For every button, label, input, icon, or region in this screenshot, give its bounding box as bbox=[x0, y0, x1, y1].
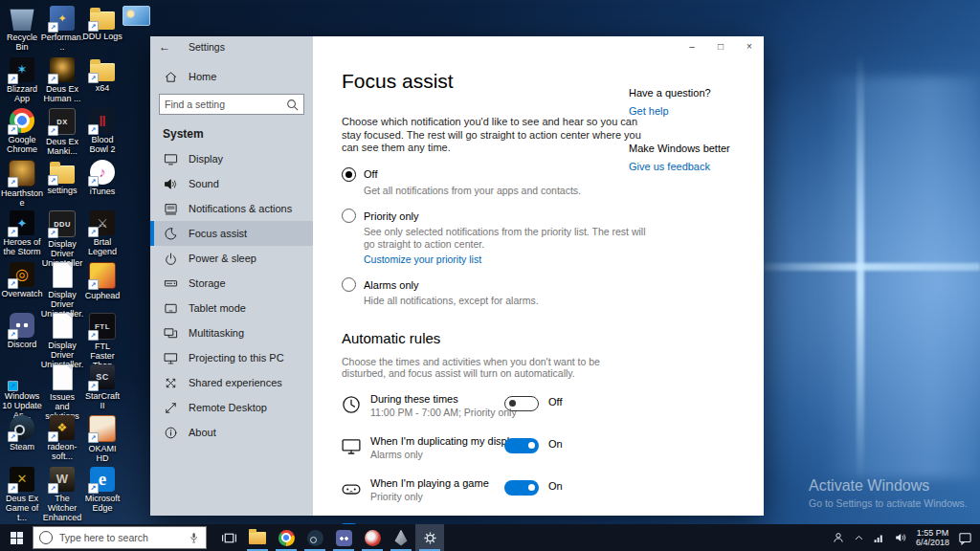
desktop-icon-heroes-of-the-storm[interactable]: ✦↗Heroes of the Storm bbox=[2, 209, 42, 260]
radio-option-priority-only[interactable]: Priority only bbox=[342, 209, 764, 223]
desktop-icon-ftl-faster-than-light[interactable]: FTL↗FTL Faster Than Light bbox=[82, 311, 122, 363]
duplicating-display-toggle[interactable] bbox=[504, 438, 539, 453]
during-these-times-toggle[interactable] bbox=[504, 396, 539, 411]
sidebar-item-display[interactable]: Display bbox=[150, 146, 313, 171]
sidebar-item-about[interactable]: About bbox=[150, 420, 313, 445]
customize-priority-list-link[interactable]: Customize your priority list bbox=[364, 253, 764, 265]
okami-hd-icon: ↗ bbox=[89, 415, 116, 442]
monitor-icon bbox=[342, 437, 361, 456]
shortcut-arrow-icon: ↗ bbox=[48, 22, 58, 33]
sidebar-item-notifications-actions[interactable]: Notifications & actions bbox=[150, 196, 313, 221]
start-button[interactable] bbox=[0, 524, 33, 551]
shortcut-arrow-icon: ↗ bbox=[48, 125, 58, 136]
taskbar-app-settings[interactable] bbox=[415, 524, 444, 551]
ftl-faster-than-light-icon: FTL↗ bbox=[89, 313, 116, 340]
get-help-link[interactable]: Get help bbox=[629, 105, 763, 117]
taskbar-app-chrome[interactable] bbox=[272, 524, 301, 551]
radio-option-alarms-only[interactable]: Alarms only bbox=[342, 277, 764, 292]
sidebar-item-label: Notifications & actions bbox=[189, 203, 292, 214]
action-center-icon[interactable] bbox=[958, 531, 972, 545]
shortcut-arrow-icon: ↗ bbox=[88, 432, 99, 443]
maximize-button[interactable]: □ bbox=[706, 36, 735, 56]
display-driver-uninstaller-icon: DDU↗ bbox=[49, 210, 76, 237]
back-button[interactable]: ← bbox=[150, 40, 179, 54]
sidebar-item-projecting-to-this-pc[interactable]: Projecting to this PC bbox=[150, 345, 313, 370]
radio-dot-off[interactable] bbox=[342, 167, 356, 182]
taskbar-search-input[interactable]: Type here to search bbox=[33, 526, 207, 549]
taskbar-app-media-app[interactable] bbox=[358, 524, 387, 551]
sidebar-item-power-sleep[interactable]: Power & sleep bbox=[150, 246, 313, 271]
desktop-icon-starcraft-ii[interactable]: SC↗StarCraft II bbox=[82, 363, 122, 414]
show-hidden-icons-chevron[interactable] bbox=[854, 533, 864, 543]
taskbar-app-file-explorer[interactable] bbox=[243, 524, 272, 551]
give-us-feedback-link[interactable]: Give us feedback bbox=[629, 161, 763, 172]
desktop-icon-itunes[interactable]: ♪↗iTunes bbox=[82, 158, 122, 209]
desktop-icon-display-driver-uninstaller[interactable]: Display Driver Uninstaller.... bbox=[42, 260, 82, 312]
discord-icon bbox=[336, 530, 352, 546]
toggle-state-label: On bbox=[548, 480, 563, 492]
automatic-rules-heading: Automatic rules bbox=[342, 330, 764, 346]
sidebar-item-tablet-mode[interactable]: Tablet mode bbox=[150, 296, 313, 320]
desktop-icon-discord[interactable]: ↗Discord bbox=[2, 311, 42, 363]
desktop-icon-blizzard-app[interactable]: ✶↗Blizzard App bbox=[2, 55, 42, 107]
task-view-button[interactable] bbox=[214, 524, 243, 551]
find-setting-search-input[interactable]: Find a setting bbox=[159, 94, 304, 115]
desktop-icon-issues-and-solutions[interactable]: Issues and solutions bbox=[42, 363, 82, 414]
desktop-icon-steam[interactable]: ↗Steam bbox=[2, 413, 42, 465]
radio-desc-alarms-only: Hide all notifications, except for alarm… bbox=[364, 295, 651, 307]
sidebar-item-multitasking[interactable]: Multitasking bbox=[150, 320, 313, 345]
desktop-icon-settings[interactable]: ↗settings bbox=[42, 158, 82, 209]
desktop-icon-recycle-bin[interactable]: Recycle Bin bbox=[2, 4, 42, 55]
minimize-button[interactable]: – bbox=[678, 36, 706, 56]
desktop-icon-blood-bowl-2[interactable]: ‖↗Blood Bowl 2 bbox=[82, 106, 122, 158]
people-icon[interactable] bbox=[832, 531, 845, 544]
toggle-state-label: On bbox=[548, 438, 563, 450]
desktop-icon-deus-ex-game-of-t[interactable]: ✕↗Deus Ex Game of t... bbox=[2, 465, 42, 517]
desktop-icon-cuphead[interactable]: ↗Cuphead bbox=[82, 260, 122, 312]
shortcut-arrow-icon: ↗ bbox=[8, 329, 18, 340]
network-icon[interactable] bbox=[873, 532, 885, 544]
desktop-icon-overwatch[interactable]: ◎↗Overwatch bbox=[2, 260, 42, 312]
playing-a-game-toggle[interactable] bbox=[504, 480, 539, 496]
desktop-icon-windows-10-update-as[interactable]: ↗Windows 10 Update As... bbox=[2, 363, 42, 414]
desktop-icon-hearthstone[interactable]: ↗Hearthstone bbox=[2, 158, 42, 209]
taskbar-clock[interactable]: 1:55 PM 6/4/2018 bbox=[916, 528, 949, 547]
taskbar: Type here to search 1:55 PM 6/4/2018 bbox=[0, 524, 980, 551]
desktop-icon-performan[interactable]: ✦↗Performan... bbox=[42, 4, 82, 55]
sidebar-item-focus-assist[interactable]: Focus assist bbox=[150, 221, 313, 246]
close-button[interactable]: × bbox=[735, 36, 764, 56]
sidebar-item-remote-desktop[interactable]: Remote Desktop bbox=[150, 395, 313, 420]
itunes-icon: ♪↗ bbox=[90, 160, 115, 185]
blizzard-app-icon: ✶↗ bbox=[10, 57, 34, 82]
heroes-of-the-storm-icon: ✦↗ bbox=[10, 210, 34, 235]
desktop-icon-deus-ex-manki[interactable]: DX↗Deus Ex Manki... bbox=[42, 106, 82, 158]
activate-windows-watermark: Activate Windows Go to Settings to activ… bbox=[809, 477, 968, 509]
desktop-icon-display-driver-uninstaller[interactable]: Display Driver Uninstaller. bbox=[42, 311, 82, 363]
desktop-icon-label: Google Chrome bbox=[2, 135, 42, 154]
sidebar-item-storage[interactable]: Storage bbox=[150, 271, 313, 296]
desktop-icon-system-window[interactable] bbox=[122, 6, 150, 26]
desktop-icon-x64[interactable]: ↗x64 bbox=[82, 55, 122, 107]
desktop-icon-okami-hd[interactable]: ↗OKAMI HD bbox=[82, 413, 122, 465]
desktop-icon-deus-ex-human[interactable]: ↗Deus Ex Human ... bbox=[42, 55, 82, 107]
taskbar-app-discord[interactable] bbox=[329, 524, 358, 551]
desktop-icon-brtal-legend[interactable]: ⚔↗Brtal Legend bbox=[82, 209, 122, 260]
rule-subtitle: 11:00 PM - 7:00 AM; Priority only bbox=[370, 407, 517, 418]
desktop-icon-microsoft-edge[interactable]: e↗Microsoft Edge bbox=[82, 465, 122, 517]
desktop-icon-the-witcher-enhanced[interactable]: W↗The Witcher Enhanced ... bbox=[42, 465, 82, 517]
desktop-icon-display-driver-uninstaller[interactable]: DDU↗Display Driver Uninstaller bbox=[42, 209, 82, 260]
desktop-icon-radeon-soft[interactable]: ❖↗radeon-soft... bbox=[42, 413, 82, 465]
sidebar-item-home[interactable]: Home bbox=[163, 67, 313, 86]
taskbar-app-steam[interactable] bbox=[301, 524, 329, 551]
sidebar-item-sound[interactable]: Sound bbox=[150, 171, 313, 196]
shortcut-arrow-icon: ↗ bbox=[88, 279, 99, 290]
sidebar-item-label: About bbox=[189, 427, 216, 438]
help-column: Have a question? Get help Make Windows b… bbox=[629, 87, 763, 172]
desktop-icon-ddu-logs[interactable]: ↗DDU Logs bbox=[82, 4, 122, 55]
sidebar-item-shared-experiences[interactable]: Shared experiences bbox=[150, 370, 313, 395]
radio-dot-priority-only[interactable] bbox=[342, 209, 356, 223]
volume-icon[interactable] bbox=[894, 531, 907, 544]
taskbar-app-game-app[interactable] bbox=[387, 524, 415, 551]
radio-dot-alarms-only[interactable] bbox=[342, 277, 356, 292]
desktop-icon-google-chrome[interactable]: ↗Google Chrome bbox=[2, 106, 42, 158]
